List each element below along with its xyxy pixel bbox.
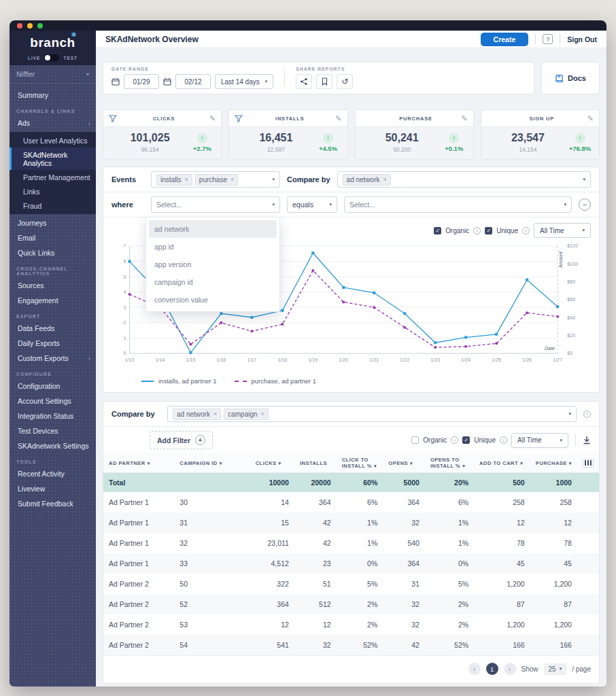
events-multiselect[interactable]: installs×purchase× ▾ xyxy=(151,171,280,188)
sidebar-item-liveview[interactable]: Liveview xyxy=(10,481,96,496)
column-header-opens[interactable]: OPENS▾ xyxy=(383,453,425,473)
sidebar-item-account-settings[interactable]: Account Settings xyxy=(10,394,96,408)
dropdown-option-campaign-id[interactable]: campaign id xyxy=(149,273,277,291)
sidebar-item-skadnetwork-settings[interactable]: SKAdnetwork Settings xyxy=(10,438,96,453)
filter-chip-campaign[interactable]: campaign× xyxy=(224,408,269,420)
dropdown-option-ad-network[interactable]: ad network xyxy=(149,220,277,238)
dropdown-option-app-version[interactable]: app version xyxy=(149,256,277,273)
where-value-select[interactable]: Select... ▾ xyxy=(344,196,572,213)
org-selector[interactable]: Niffler ▾ xyxy=(10,65,96,84)
sidebar-item-engagement[interactable]: Engagement xyxy=(10,293,96,308)
sidebar-item-test-devices[interactable]: Test Devices xyxy=(10,423,96,438)
compare-by-multiselect[interactable]: ad network× ▾ xyxy=(337,171,591,188)
where-field-select[interactable]: Select... ▾ xyxy=(151,196,280,213)
sidebar-item-links[interactable]: Links xyxy=(10,184,96,198)
current-page-button[interactable]: 1 xyxy=(486,663,498,675)
live-test-toggle[interactable] xyxy=(44,54,59,61)
remove-chip-icon[interactable]: × xyxy=(383,176,387,183)
sidebar-item-partner-management[interactable]: Partner Management xyxy=(10,170,96,184)
docs-button[interactable]: Docs xyxy=(541,62,600,94)
edit-pencil-icon[interactable]: ✎ xyxy=(209,114,216,123)
table-time-filter-select[interactable]: All Time ▾ xyxy=(511,433,568,448)
close-window-icon[interactable] xyxy=(17,23,22,29)
sidebar-item-recent-activity[interactable]: Recent Activity xyxy=(10,466,96,481)
filter-chip-ad-network[interactable]: ad network× xyxy=(173,408,221,420)
filter-icon[interactable] xyxy=(109,115,118,122)
sidebar-item-user-level-analytics[interactable]: User Level Analytics xyxy=(10,133,96,147)
legend-swatch xyxy=(235,381,247,382)
table-row: Ad Partner 2545413252%4252%166166 xyxy=(103,635,599,655)
prev-page-icon[interactable]: ‹ xyxy=(468,663,481,675)
history-icon[interactable]: ↺ xyxy=(337,74,353,89)
sidebar-item-skadnetwork-analytics[interactable]: SKAdNetwork Analytics xyxy=(10,147,96,170)
sidebar-section-header-cross-channel-analytics: CROSS-CHANNEL ANALYTICS xyxy=(10,260,96,278)
end-date-input[interactable] xyxy=(175,74,211,89)
edit-pencil-icon[interactable]: ✎ xyxy=(335,114,341,123)
bookmark-icon[interactable] xyxy=(316,74,332,89)
column-header-purchase[interactable]: PURCHASE▾ xyxy=(530,453,577,473)
table-compare-multiselect[interactable]: ad network×campaign× ▾ xyxy=(167,406,577,422)
sidebar-item-label: Quick Links xyxy=(18,249,54,257)
column-picker[interactable] xyxy=(577,453,599,473)
next-page-icon[interactable]: › xyxy=(504,663,516,675)
filter-chip-purchase[interactable]: purchase× xyxy=(195,174,238,186)
dropdown-option-app-id[interactable]: app id xyxy=(149,238,277,256)
add-filter-button[interactable]: Add Filter + xyxy=(150,431,213,449)
column-header-clicks[interactable]: CLICKS▾ xyxy=(250,453,294,473)
info-icon[interactable]: i xyxy=(583,411,591,418)
sidebar-item-journeys[interactable]: Journeys xyxy=(10,215,96,230)
info-icon[interactable]: i xyxy=(451,436,458,444)
column-header-installs[interactable]: INSTALLS xyxy=(294,453,337,473)
organic-checkbox[interactable]: ✓ xyxy=(434,227,441,234)
info-icon[interactable]: i xyxy=(522,227,530,234)
info-icon[interactable]: i xyxy=(500,436,507,444)
remove-chip-icon[interactable]: × xyxy=(185,176,188,183)
sidebar-item-configuration[interactable]: Configuration xyxy=(10,379,96,394)
help-icon[interactable]: ? xyxy=(543,34,553,44)
unique-checkbox[interactable]: ✓ xyxy=(485,227,492,234)
minimize-window-icon[interactable] xyxy=(27,23,33,29)
sidebar-item-sources[interactable]: Sources xyxy=(10,278,96,293)
remove-filter-icon[interactable]: − xyxy=(579,198,591,211)
table-organic-checkbox[interactable] xyxy=(411,436,419,444)
column-header-add-to-cart[interactable]: ADD TO CART▾ xyxy=(474,453,530,473)
sidebar-item-fraud[interactable]: Fraud xyxy=(10,198,96,213)
filter-chip-ad-network[interactable]: ad network× xyxy=(343,174,391,186)
sign-out-button[interactable]: Sign Out xyxy=(567,35,597,44)
column-header-campaign-id[interactable]: CAMPAIGN ID▾ xyxy=(174,453,250,473)
download-icon[interactable] xyxy=(575,434,591,447)
start-date-input[interactable] xyxy=(124,74,159,89)
page-size-select[interactable]: 25 ▾ xyxy=(544,663,567,675)
remove-chip-icon[interactable]: × xyxy=(230,176,234,183)
sidebar-item-custom-exports[interactable]: Custom Exports› xyxy=(10,351,96,366)
maximize-window-icon[interactable] xyxy=(37,23,43,29)
time-filter-select[interactable]: All Time ▾ xyxy=(534,223,591,238)
column-header-click-to-install[interactable]: CLICK TO INSTALL %▾ xyxy=(337,453,383,473)
share-reports-label: SHARE REPORTS xyxy=(296,67,353,71)
remove-chip-icon[interactable]: × xyxy=(261,411,264,417)
sidebar-item-summary[interactable]: Summary xyxy=(10,88,96,103)
edit-pencil-icon[interactable]: ✎ xyxy=(462,114,468,123)
column-header-opens-to-install[interactable]: OPENS TO INSTALL %▾ xyxy=(425,453,474,473)
filter-chip-installs[interactable]: installs× xyxy=(156,174,192,186)
sidebar-item-daily-exports[interactable]: Daily Exports xyxy=(10,336,96,351)
dropdown-option-conversion-value[interactable]: conversion value xyxy=(149,291,277,309)
remove-chip-icon[interactable]: × xyxy=(213,411,217,417)
legend-item-purchase-ad-partner-1: purchase, ad partner 1 xyxy=(235,377,317,385)
table-unique-checkbox[interactable]: ✓ xyxy=(462,436,470,444)
date-preset-select[interactable]: Last 14 days ▾ xyxy=(215,74,273,89)
filter-icon[interactable] xyxy=(235,115,244,122)
sidebar-item-quick-links[interactable]: Quick Links xyxy=(10,245,96,260)
sidebar-item-data-feeds[interactable]: Data Feeds xyxy=(10,321,96,336)
sidebar-item-integration-status[interactable]: Integration Status xyxy=(10,408,96,423)
edit-pencil-icon[interactable]: ✎ xyxy=(587,114,594,123)
columns-icon[interactable] xyxy=(583,459,594,468)
sidebar-item-submit-feedback[interactable]: Submit Feedback xyxy=(10,496,96,511)
operator-select[interactable]: equals ▾ xyxy=(287,196,337,213)
column-header-ad-partner[interactable]: AD PARTNER▾ xyxy=(103,453,174,473)
create-button[interactable]: Create xyxy=(481,33,529,46)
info-icon[interactable]: i xyxy=(473,227,481,234)
sidebar-item-ads[interactable]: Ads› xyxy=(10,116,96,130)
sidebar-item-email[interactable]: Email xyxy=(10,230,96,245)
share-icon[interactable] xyxy=(296,74,312,89)
